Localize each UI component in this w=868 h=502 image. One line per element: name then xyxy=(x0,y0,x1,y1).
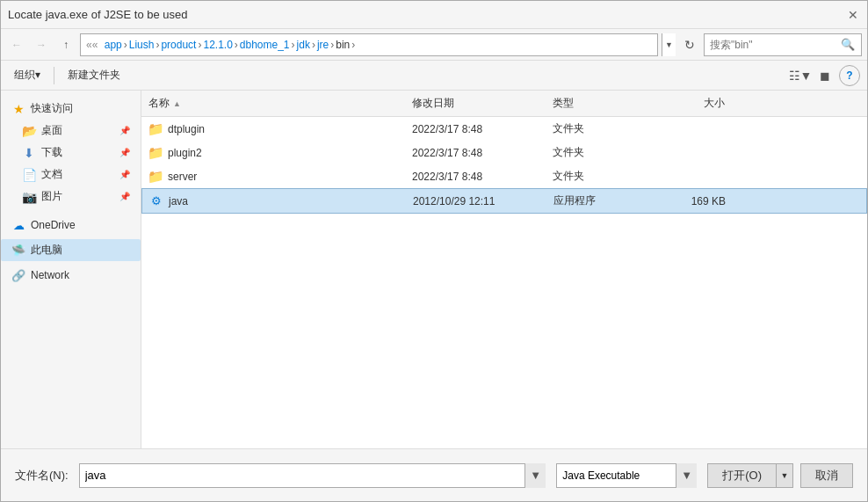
sidebar-label-this-pc: 此电脑 xyxy=(31,243,62,258)
sidebar-label-quick-access: 快速访问 xyxy=(31,101,73,116)
file-open-dialog: Locate java.exe of J2SE to be used ✕ ← →… xyxy=(0,0,868,502)
search-icon[interactable]: 🔍 xyxy=(840,38,856,51)
file-type-plugin2: 文件夹 xyxy=(546,142,651,163)
sidebar-label-network: Network xyxy=(31,269,69,281)
filetype-select[interactable]: Java Executable xyxy=(556,463,697,488)
breadcrumb-version[interactable]: 12.1.0 xyxy=(203,39,232,51)
document-icon: 📄 xyxy=(22,168,36,182)
back-button[interactable]: ← xyxy=(6,34,27,55)
breadcrumb-dropdown-button[interactable]: ▼ xyxy=(662,33,676,56)
title-bar: Locate java.exe of J2SE to be used ✕ xyxy=(1,1,867,29)
breadcrumb-jdk[interactable]: jdk xyxy=(297,39,310,51)
file-type-server: 文件夹 xyxy=(546,166,651,186)
file-name-server: server xyxy=(168,171,197,183)
column-header-type[interactable]: 类型 xyxy=(546,94,651,113)
close-button[interactable]: ✕ xyxy=(846,8,860,22)
pin-icon-desktop: 📌 xyxy=(119,126,130,135)
open-button[interactable]: 打开(O) xyxy=(707,463,776,488)
new-folder-button[interactable]: 新建文件夹 xyxy=(61,64,127,86)
sort-arrow-name: ▲ xyxy=(173,99,181,108)
toolbar: 组织▾ 新建文件夹 ☷▼ ◼ ? xyxy=(1,61,867,91)
search-box: 🔍 xyxy=(704,33,862,56)
star-icon: ★ xyxy=(11,102,25,116)
open-dropdown-button[interactable]: ▼ xyxy=(776,463,793,488)
sidebar-label-pictures: 图片 xyxy=(41,189,62,204)
breadcrumb-liush[interactable]: Liush xyxy=(129,39,155,51)
toolbar-right: ☷▼ ◼ ? xyxy=(790,65,860,86)
file-row-plugin2[interactable]: 📁 plugin2 2022/3/17 8:48 文件夹 xyxy=(141,141,867,164)
column-header-date[interactable]: 修改日期 xyxy=(405,94,546,113)
sidebar: ★ 快速访问 📂 桌面 📌 ⬇ 下载 📌 📄 文档 📌 📷 图片 � xyxy=(1,91,141,448)
filename-input-wrap: java ▼ xyxy=(79,463,546,488)
folder-icon-dtplugin: 📁 xyxy=(148,122,163,136)
pin-icon-pictures: 📌 xyxy=(119,192,130,201)
breadcrumb-bin[interactable]: bin xyxy=(336,39,350,51)
file-list-header: 名称 ▲ 修改日期 类型 大小 xyxy=(141,91,867,117)
help-button[interactable]: ? xyxy=(839,65,860,86)
folder-icon-plugin2: 📁 xyxy=(148,146,163,160)
pin-icon-documents: 📌 xyxy=(119,170,130,179)
sidebar-item-documents[interactable]: 📄 文档 📌 xyxy=(1,164,141,186)
sidebar-item-downloads[interactable]: ⬇ 下载 📌 xyxy=(1,142,141,164)
file-date-server: 2022/3/17 8:48 xyxy=(405,168,546,186)
folder-icon: 📂 xyxy=(22,124,36,138)
organize-button[interactable]: 组织▾ xyxy=(8,64,47,86)
dialog-title: Locate java.exe of J2SE to be used xyxy=(8,8,188,21)
sidebar-label-downloads: 下载 xyxy=(41,145,62,160)
sidebar-item-onedrive[interactable]: ☁ OneDrive xyxy=(1,215,141,236)
folder-icon-server: 📁 xyxy=(148,170,163,184)
cancel-button[interactable]: 取消 xyxy=(800,463,853,488)
preview-pane-button[interactable]: ◼ xyxy=(814,65,835,86)
network-icon: 🔗 xyxy=(11,268,25,282)
breadcrumb: «« app › Liush › product › 12.1.0 › dbho… xyxy=(80,33,658,56)
main-content: ★ 快速访问 📂 桌面 📌 ⬇ 下载 📌 📄 文档 📌 📷 图片 � xyxy=(1,91,867,448)
breadcrumb-app[interactable]: app xyxy=(105,39,122,51)
action-buttons: 打开(O) ▼ 取消 xyxy=(707,463,853,488)
breadcrumb-separator: «« xyxy=(86,39,98,51)
file-size-java: 169 KB xyxy=(652,193,740,210)
file-row-dtplugin[interactable]: 📁 dtplugin 2022/3/17 8:48 文件夹 xyxy=(141,117,867,141)
sidebar-label-documents: 文档 xyxy=(41,167,62,182)
picture-icon: 📷 xyxy=(22,190,36,204)
file-type-dtplugin: 文件夹 xyxy=(546,119,651,139)
toolbar-separator xyxy=(54,67,54,84)
file-type-java: 应用程序 xyxy=(546,191,652,211)
refresh-button[interactable]: ↻ xyxy=(679,34,700,55)
up-button[interactable]: ↑ xyxy=(55,34,76,55)
sidebar-label-onedrive: OneDrive xyxy=(31,219,76,231)
onedrive-icon: ☁ xyxy=(11,218,25,232)
file-name-plugin2: plugin2 xyxy=(168,147,202,159)
breadcrumb-product[interactable]: product xyxy=(161,39,196,51)
sidebar-item-desktop[interactable]: 📂 桌面 📌 xyxy=(1,120,141,142)
download-icon: ⬇ xyxy=(22,146,36,160)
file-date-java: 2012/10/29 12:11 xyxy=(406,193,546,210)
sidebar-item-quick-access[interactable]: ★ 快速访问 xyxy=(1,98,141,120)
file-list: 名称 ▲ 修改日期 类型 大小 📁 dtplugin 2022/3/17 8:4… xyxy=(141,91,867,448)
sidebar-item-pictures[interactable]: 📷 图片 📌 xyxy=(1,186,141,207)
filetype-select-wrap: Java Executable ▼ xyxy=(556,463,697,488)
sidebar-item-this-pc[interactable]: 🛸 此电脑 xyxy=(1,239,141,261)
filename-label: 文件名(N): xyxy=(15,468,69,484)
forward-button[interactable]: → xyxy=(31,34,52,55)
column-header-size[interactable]: 大小 xyxy=(651,94,739,113)
file-size-plugin2 xyxy=(651,150,739,156)
sidebar-label-desktop: 桌面 xyxy=(41,123,62,138)
file-size-server xyxy=(651,174,739,179)
filename-select[interactable]: java xyxy=(79,463,546,488)
search-input[interactable] xyxy=(710,39,840,51)
file-size-dtplugin xyxy=(651,127,739,132)
file-date-dtplugin: 2022/3/17 8:48 xyxy=(405,120,546,138)
column-header-name[interactable]: 名称 ▲ xyxy=(141,94,405,113)
bottom-bar: 文件名(N): java ▼ Java Executable ▼ 打开(O) ▼… xyxy=(1,448,867,501)
address-bar: ← → ↑ «« app › Liush › product › 12.1.0 … xyxy=(1,29,867,61)
breadcrumb-dbhome[interactable]: dbhome_1 xyxy=(240,39,290,51)
pin-icon-downloads: 📌 xyxy=(119,148,130,157)
file-row-java[interactable]: ⚙ java 2012/10/29 12:11 应用程序 169 KB xyxy=(141,188,867,214)
breadcrumb-jre[interactable]: jre xyxy=(317,39,329,51)
file-date-plugin2: 2022/3/17 8:48 xyxy=(405,144,546,162)
app-icon-java: ⚙ xyxy=(149,194,163,208)
file-name-java: java xyxy=(169,195,188,207)
view-toggle-button[interactable]: ☷▼ xyxy=(790,65,811,86)
sidebar-item-network[interactable]: 🔗 Network xyxy=(1,265,141,286)
file-row-server[interactable]: 📁 server 2022/3/17 8:48 文件夹 xyxy=(141,164,867,188)
